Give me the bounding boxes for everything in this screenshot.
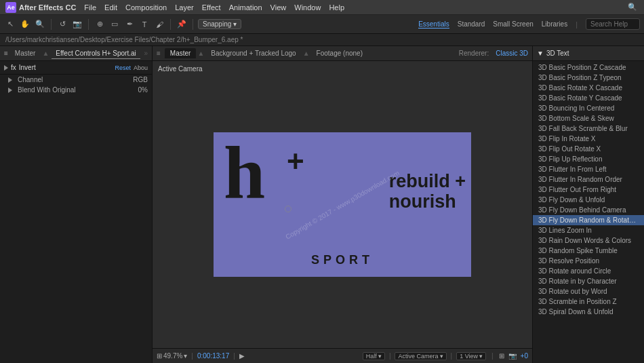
playback-controls[interactable]: ▶ — [239, 352, 245, 360]
selection-tool[interactable]: ↖ — [4, 18, 16, 31]
comp-zoom-arrow: ▾ — [184, 352, 187, 360]
menu-effect[interactable]: Effect — [202, 3, 221, 12]
effect-expand-icon[interactable] — [4, 65, 8, 71]
quality-chevron-icon: ▾ — [378, 353, 382, 360]
comp-viewer: Active Camera h + rebuild + nourish S — [153, 61, 532, 348]
rp-item-24[interactable]: 3D Spiral Down & Unfold — [533, 307, 644, 317]
brush-tool[interactable]: 🖌 — [153, 18, 165, 31]
filepath-text: /Users/markchristiansen/Desktop/Exercise… — [5, 36, 243, 43]
rp-item-15[interactable]: 3D Fly Down Random & Rotate Y — [533, 215, 644, 225]
comp-tabs: ≡ Master ▲ Background + Tracked Logo ▲ F… — [153, 46, 532, 61]
rp-item-7[interactable]: 3D Flip In Rotate X — [533, 134, 644, 144]
channel-expand-icon[interactable] — [8, 77, 12, 83]
comp-icon: ⊞ — [157, 352, 162, 360]
menu-composition[interactable]: Composition — [125, 3, 167, 12]
rp-item-8[interactable]: 3D Flip Out Rotate X — [533, 144, 644, 154]
rp-item-13[interactable]: 3D Fly Down & Unfold — [533, 195, 644, 205]
canvas-inner: h + rebuild + nourish SPORT Copyright © … — [214, 132, 471, 277]
view-count-chevron-icon: ▾ — [479, 353, 483, 360]
effect-about[interactable]: Abou — [134, 64, 148, 71]
rp-item-12[interactable]: 3D Flutter Out From Right — [533, 185, 644, 195]
rotate-tool[interactable]: ↺ — [56, 18, 68, 31]
pen-tool[interactable]: ✒ — [123, 18, 136, 31]
effect-controls-header: ≡ Master ▲ Effect Controls H+ Sport.ai » — [0, 46, 152, 61]
logo-sport: SPORT — [311, 253, 374, 267]
text-tool[interactable]: T — [138, 18, 150, 31]
view-count-value: 1 View — [460, 353, 478, 360]
blend-value: 0% — [138, 86, 148, 94]
channel-label: Channel — [15, 76, 130, 83]
quality-dropdown[interactable]: Half ▾ — [363, 352, 385, 360]
menu-edit[interactable]: Edit — [104, 3, 117, 12]
rect-tool[interactable]: ▭ — [108, 18, 121, 31]
rp-item-17[interactable]: 3D Rain Down Words & Colors — [533, 235, 644, 246]
rp-item-1[interactable]: 3D Basic Position Z Typeon — [533, 73, 644, 83]
rp-item-2[interactable]: 3D Basic Rotate X Cascade — [533, 83, 644, 93]
pan-behind-tool[interactable]: ⊕ — [94, 18, 106, 31]
rp-item-21[interactable]: 3D Rotate in by Character — [533, 276, 644, 286]
rp-item-14[interactable]: 3D Fly Down Behind Camera — [533, 205, 644, 215]
menu-animation[interactable]: Animation — [229, 3, 262, 12]
logo-text-block: rebuild + nourish — [389, 172, 466, 212]
timecode-display: 0:00:13:17 — [197, 352, 229, 360]
logo-rebuild: rebuild + — [389, 172, 466, 192]
toolbar-sep-3 — [170, 19, 171, 30]
channel-row: Channel RGB — [0, 75, 152, 85]
logo-nourish: nourish — [389, 192, 466, 212]
crosshair-icon — [285, 206, 291, 212]
comp-panel: ≡ Master ▲ Background + Tracked Logo ▲ F… — [153, 46, 532, 363]
rp-item-3[interactable]: 3D Basic Rotate Y Cascade — [533, 93, 644, 103]
rp-item-11[interactable]: 3D Flutter In Random Order — [533, 174, 644, 185]
panel-tab-effect-controls[interactable]: Effect Controls H+ Sport.ai — [52, 48, 140, 59]
rp-item-0[interactable]: 3D Basic Position Z Cascade — [533, 62, 644, 73]
menu-layer[interactable]: Layer — [175, 3, 194, 12]
unified-camera-tool[interactable]: 📷 — [71, 18, 83, 31]
rp-item-22[interactable]: 3D Rotate out by Word — [533, 286, 644, 297]
menu-view[interactable]: View — [270, 3, 287, 12]
comp-tab-master[interactable]: Master — [165, 48, 197, 58]
comp-canvas: h + rebuild + nourish SPORT Copyright © … — [214, 132, 471, 277]
menu-window[interactable]: Window — [294, 3, 321, 12]
menu-help[interactable]: Help — [329, 3, 344, 12]
rp-item-20[interactable]: 3D Rotate around Circle — [533, 266, 644, 276]
rp-item-6[interactable]: 3D Fall Back Scramble & Blur — [533, 123, 644, 134]
workspace-essentials[interactable]: Essentials — [418, 20, 449, 28]
rp-item-4[interactable]: 3D Bouncing In Centered — [533, 103, 644, 113]
camera-icon[interactable]: 📷 — [508, 352, 517, 360]
zoom-tool[interactable]: 🔍 — [34, 18, 46, 31]
search-input[interactable] — [586, 18, 640, 30]
comp-tab-background[interactable]: Background + Tracked Logo — [205, 48, 301, 58]
rp-item-9[interactable]: 3D Flip Up Reflection — [533, 154, 644, 164]
panel-menu-2: ≡ — [157, 50, 161, 57]
rp-item-23[interactable]: 3D Scramble in Position Z — [533, 297, 644, 307]
rp-item-10[interactable]: 3D Flutter In From Left — [533, 164, 644, 174]
effect-reset-button[interactable]: Reset — [115, 64, 131, 71]
hand-tool[interactable]: ✋ — [19, 18, 31, 31]
right-panel-title: 3D Text — [546, 50, 569, 57]
workspace-libraries[interactable]: Libraries — [542, 20, 567, 28]
toolbar-sep-1 — [51, 19, 52, 30]
rp-item-19[interactable]: 3D Resolve Position — [533, 256, 644, 266]
workspace-standard[interactable]: Standard — [458, 20, 485, 28]
rp-item-18[interactable]: 3D Random Spike Tumble — [533, 246, 644, 256]
grid-icon[interactable]: ⊞ — [499, 352, 504, 360]
camera-view-dropdown[interactable]: Active Camera ▾ — [395, 352, 446, 360]
snapping-button[interactable]: Snapping ▾ — [198, 19, 241, 29]
panel-tab-master[interactable]: Master — [11, 48, 40, 58]
panel-menu-icon: ≡ — [4, 50, 8, 57]
menu-file[interactable]: File — [84, 3, 96, 12]
workspace-small-screen[interactable]: Small Screen — [493, 20, 533, 28]
blend-expand-icon[interactable] — [8, 88, 12, 93]
rp-item-5[interactable]: 3D Bottom Scale & Skew — [533, 113, 644, 123]
renderer-value: Classic 3D — [496, 50, 528, 57]
right-panel: ▼ 3D Text 3D Basic Position Z Cascade 3D… — [532, 46, 644, 363]
fx-icon: fx — [11, 64, 16, 71]
blend-row: Blend With Original 0% — [0, 85, 152, 95]
toolbar: ↖ ✋ 🔍 ↺ 📷 ⊕ ▭ ✒ T 🖌 📌 Snapping ▾ Essenti… — [0, 15, 644, 34]
camera-view-value: Active Camera — [398, 353, 438, 360]
comp-tab-footage[interactable]: Footage (none) — [311, 48, 368, 58]
view-count-dropdown[interactable]: 1 View ▾ — [456, 352, 486, 360]
rp-item-16[interactable]: 3D Lines Zoom In — [533, 225, 644, 235]
puppet-tool[interactable]: 📌 — [176, 18, 188, 31]
play-icon[interactable]: ▶ — [239, 352, 245, 360]
